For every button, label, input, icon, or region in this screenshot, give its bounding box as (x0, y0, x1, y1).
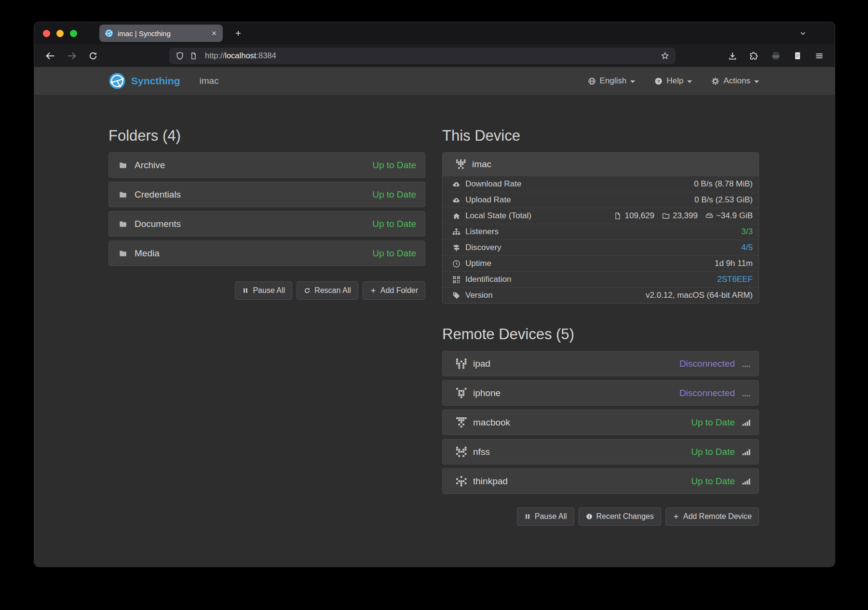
folder-icon (119, 190, 127, 199)
upload-rate-row: Upload Rate 0 B/s (2.53 GiB) (443, 192, 759, 208)
folder-icon (119, 220, 127, 228)
back-button[interactable] (45, 51, 55, 61)
folder-status: Up to Date (372, 189, 416, 200)
shield-icon[interactable] (176, 52, 184, 60)
folders-title: Folders (4) (108, 127, 425, 145)
device-row[interactable]: iphone Disconnected (442, 380, 759, 406)
extension-badger-icon[interactable] (771, 51, 781, 61)
recent-changes-button[interactable]: Recent Changes (579, 507, 661, 526)
folder-row[interactable]: Documents Up to Date (108, 211, 425, 237)
device-row[interactable]: thinkpad Up to Date (442, 468, 759, 494)
reload-button[interactable] (88, 51, 98, 61)
tab-strip: imac | Syncthing (34, 22, 835, 44)
syncthing-page: Syncthing imac English Help Actions (34, 67, 835, 567)
folder-row[interactable]: Media Up to Date (108, 240, 425, 266)
device-identicon (456, 447, 467, 457)
local-state-files: 109,629 (614, 211, 654, 221)
file-icon (614, 212, 622, 220)
device-status: Up to Date (691, 417, 735, 428)
pause-all-label: Pause All (253, 286, 285, 295)
syncthing-favicon-icon (105, 29, 113, 38)
folder-row[interactable]: Credentials Up to Date (108, 182, 425, 207)
cloud-download-icon (452, 180, 461, 188)
folder-row[interactable]: Archive Up to Date (108, 152, 425, 178)
cloud-upload-icon (452, 196, 461, 204)
tag-icon (452, 292, 461, 300)
device-name: macbook (473, 417, 510, 428)
brand-name: Syncthing (131, 75, 180, 87)
add-folder-button[interactable]: Add Folder (363, 281, 425, 300)
language-menu[interactable]: English (588, 76, 636, 86)
caret-down-icon (630, 80, 635, 83)
actions-menu[interactable]: Actions (711, 76, 759, 86)
help-menu[interactable]: Help (654, 76, 692, 86)
device-identicon (456, 358, 467, 369)
device-row[interactable]: nfss Up to Date (442, 439, 759, 464)
device-status: Disconnected (679, 358, 735, 369)
close-window-button[interactable] (43, 30, 50, 37)
caret-down-icon (754, 80, 759, 83)
caret-down-icon (687, 80, 692, 83)
folder-name: Media (135, 248, 160, 259)
browser-toolbar: http://localhost:8384 (34, 44, 835, 67)
browser-tab[interactable]: imac | Syncthing (99, 25, 223, 42)
folder-status: Up to Date (372, 160, 416, 171)
upload-rate-label: Upload Rate (465, 195, 511, 205)
discovery-value: 4/5 (741, 243, 753, 252)
refresh-icon (304, 287, 311, 294)
downloads-button[interactable] (728, 51, 737, 61)
reader-doc-icon[interactable] (793, 51, 802, 61)
discovery-label: Discovery (465, 243, 502, 252)
identification-link[interactable]: 2ST6EEF (717, 275, 753, 284)
minimize-window-button[interactable] (56, 30, 64, 37)
new-tab-button[interactable] (234, 29, 242, 37)
home-icon (452, 212, 461, 220)
upload-rate-value: 0 B/s (2.53 GiB) (694, 195, 753, 205)
qrcode-icon (452, 276, 461, 284)
gear-icon (711, 77, 719, 85)
rescan-all-button[interactable]: Rescan All (297, 281, 358, 300)
disconnected-dots-icon (742, 388, 751, 398)
uptime-row: Uptime 1d 9h 11m (443, 255, 759, 271)
list-all-tabs-button[interactable] (799, 29, 807, 37)
extensions-puzzle-icon[interactable] (749, 51, 759, 61)
menu-hamburger-icon[interactable] (814, 51, 824, 61)
url-text: http://localhost:8384 (205, 51, 276, 60)
device-row[interactable]: ipad Disconnected (442, 351, 759, 376)
device-row[interactable]: macbook Up to Date (442, 410, 759, 435)
map-signs-icon (452, 244, 461, 252)
browser-window: imac | Syncthing http://localhost:8384 (34, 22, 835, 567)
recent-changes-label: Recent Changes (597, 512, 654, 521)
hdd-icon (705, 212, 713, 220)
this-device-header[interactable]: imac (443, 153, 759, 176)
url-bar[interactable]: http://localhost:8384 (169, 48, 676, 64)
syncthing-brand[interactable]: Syncthing (108, 72, 180, 90)
pause-all-folders-button[interactable]: Pause All (235, 281, 292, 300)
device-identicon (456, 388, 467, 398)
close-icon[interactable] (211, 30, 217, 37)
pause-icon (242, 287, 249, 294)
local-state-row: Local State (Total) 109,629 23,399 (443, 208, 759, 224)
plus-icon (673, 513, 679, 520)
plus-icon (234, 29, 242, 37)
listeners-value: 3/3 (741, 227, 753, 237)
add-remote-device-label: Add Remote Device (683, 512, 752, 521)
globe-icon (588, 77, 596, 85)
tab-title: imac | Syncthing (118, 29, 206, 38)
device-identicon (456, 476, 467, 487)
clock-icon (452, 260, 461, 268)
device-name: thinkpad (473, 476, 508, 487)
traffic-lights (34, 30, 77, 37)
zoom-window-button[interactable] (70, 30, 77, 37)
syncthing-navbar: Syncthing imac English Help Actions (34, 67, 835, 95)
pause-all-devices-button[interactable]: Pause All (517, 507, 574, 526)
page-info-icon[interactable] (190, 52, 197, 60)
add-remote-device-button[interactable]: Add Remote Device (665, 507, 759, 526)
forward-button[interactable] (67, 51, 77, 61)
add-folder-label: Add Folder (380, 286, 418, 295)
bookmark-star-icon[interactable] (661, 52, 669, 60)
version-label: Version (465, 291, 493, 300)
signal-bars-icon (742, 447, 751, 456)
folder-icon (119, 161, 127, 170)
discovery-row: Discovery 4/5 (443, 239, 759, 255)
